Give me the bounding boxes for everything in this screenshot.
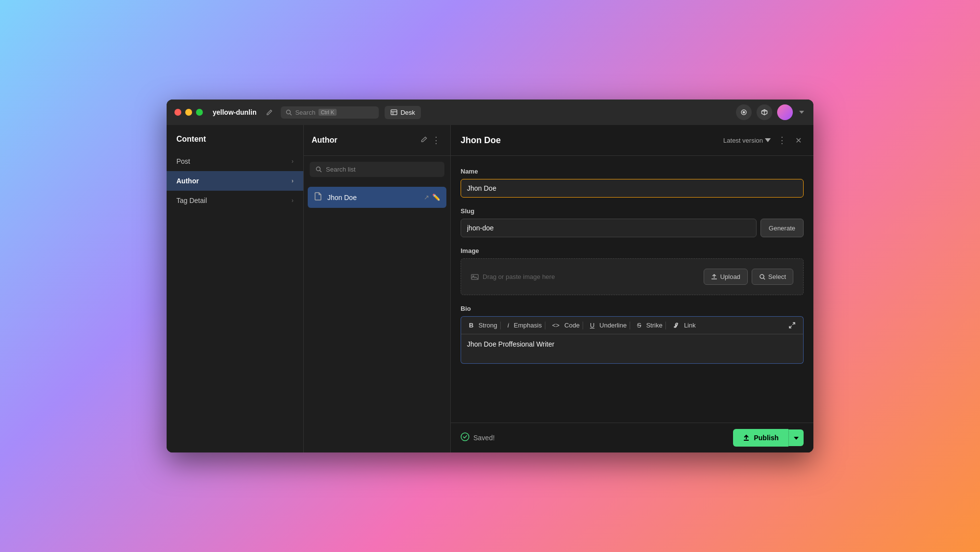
- sidebar-item-post[interactable]: Post ›: [167, 151, 303, 171]
- bio-separator-3: [583, 322, 583, 329]
- box-icon: [761, 109, 768, 116]
- saved-label: Saved!: [473, 434, 495, 442]
- bio-strike-label: Strike: [646, 322, 662, 329]
- bio-separator-1: [500, 322, 501, 329]
- detail-more-icon[interactable]: ⋮: [776, 133, 788, 148]
- image-placeholder-text: Drag or paste image here: [483, 273, 555, 280]
- author-search-placeholder: Search list: [326, 166, 356, 173]
- bio-toolbar: B Strong i Emphasis <> Code U Underline …: [461, 316, 804, 334]
- author-export-icon[interactable]: ↗: [424, 194, 429, 201]
- bio-underline-button[interactable]: U: [586, 320, 598, 331]
- close-button[interactable]: [174, 109, 181, 116]
- sidebar-item-author-label: Author: [176, 177, 199, 185]
- record-button[interactable]: [736, 104, 752, 120]
- sidebar-item-tag-detail[interactable]: Tag Detail ›: [167, 191, 303, 210]
- bio-italic-label: Emphasis: [514, 322, 542, 329]
- slug-field: Slug Generate: [461, 207, 804, 237]
- upload-button[interactable]: Upload: [704, 269, 748, 285]
- search-icon: [286, 109, 292, 116]
- traffic-lights: [174, 109, 203, 116]
- svg-point-15: [461, 433, 469, 441]
- svg-point-6: [743, 111, 745, 114]
- desk-label: Desk: [400, 109, 415, 116]
- search-shortcut: Ctrl K: [318, 109, 337, 116]
- bio-field: Bio B Strong i Emphasis <> Code U Underl…: [461, 305, 804, 364]
- link-icon: [673, 322, 679, 328]
- publish-chevron-icon: [794, 437, 799, 440]
- slug-input[interactable]: [461, 219, 757, 237]
- upload-label: Upload: [720, 273, 740, 280]
- bio-link-label: Link: [684, 322, 696, 329]
- author-list: Jhon Doe ↗ ✏️: [304, 183, 450, 452]
- avatar-dropdown[interactable]: [798, 104, 806, 120]
- author-search-icon: [316, 166, 322, 173]
- maximize-button[interactable]: [196, 109, 203, 116]
- saved-status: Saved!: [461, 432, 495, 443]
- search-bar[interactable]: Search Ctrl K: [281, 106, 379, 119]
- sidebar-item-post-label: Post: [176, 157, 190, 165]
- detail-panel: Jhon Doe Latest version ⋮ ✕ Name: [451, 125, 813, 452]
- titlebar-right: [736, 104, 806, 120]
- detail-close-icon[interactable]: ✕: [793, 134, 804, 147]
- publish-icon: [743, 434, 750, 441]
- upload-icon: [711, 274, 717, 280]
- detail-title: Jhon Doe: [461, 135, 723, 146]
- svg-point-13: [760, 275, 764, 278]
- author-list-item[interactable]: Jhon Doe ↗ ✏️: [308, 187, 446, 208]
- sidebar-title: Content: [167, 135, 303, 151]
- svg-line-14: [763, 278, 765, 279]
- desk-icon: [391, 109, 397, 116]
- avatar[interactable]: [777, 104, 793, 120]
- bio-label: Bio: [461, 305, 804, 312]
- bio-code-button[interactable]: <>: [548, 320, 564, 331]
- titlebar: yellow-dunlin Search Ctrl K Desk: [167, 100, 813, 125]
- bio-code-label: Code: [564, 322, 580, 329]
- version-chevron-icon: [765, 138, 771, 142]
- image-upload-area[interactable]: Drag or paste image here Upload: [461, 258, 804, 295]
- author-edit-icon[interactable]: [418, 134, 430, 147]
- bio-italic-button[interactable]: i: [504, 320, 513, 331]
- author-more-icon[interactable]: ⋮: [430, 133, 442, 148]
- chevron-right-icon: ›: [292, 158, 294, 165]
- author-list-item-name: Jhon Doe: [327, 194, 419, 201]
- author-search[interactable]: Search list: [310, 162, 444, 177]
- bio-editor[interactable]: Jhon Doe Proffesional Writer: [461, 334, 804, 364]
- main-content: Content Post › Author › Tag Detail › Aut…: [167, 125, 813, 452]
- bio-link-button[interactable]: [669, 320, 683, 330]
- image-label: Image: [461, 247, 804, 254]
- record-icon: [740, 109, 747, 116]
- version-label: Latest version: [723, 137, 763, 144]
- desk-button[interactable]: Desk: [385, 106, 421, 119]
- author-list-item-actions: ↗ ✏️: [424, 194, 441, 201]
- image-upload-actions: Upload Select: [704, 269, 793, 285]
- name-label: Name: [461, 168, 804, 175]
- select-label: Select: [768, 273, 786, 280]
- publish-label: Publish: [754, 434, 779, 442]
- bio-bold-button[interactable]: B: [465, 320, 477, 331]
- bio-separator-4: [630, 322, 630, 329]
- publish-dropdown-button[interactable]: [788, 429, 804, 446]
- bio-separator-2: [545, 322, 545, 329]
- file-icon: [314, 192, 322, 203]
- edit-icon[interactable]: [264, 107, 275, 118]
- box-button[interactable]: [757, 104, 772, 120]
- version-button[interactable]: Latest version: [723, 137, 771, 144]
- slug-row: Generate: [461, 219, 804, 237]
- detail-header: Jhon Doe Latest version ⋮ ✕: [451, 125, 813, 156]
- sidebar-item-tag-label: Tag Detail: [176, 197, 207, 204]
- publish-button[interactable]: Publish: [733, 429, 788, 447]
- detail-footer: Saved! Publish: [451, 423, 813, 452]
- name-input[interactable]: [461, 179, 804, 198]
- detail-header-actions: Latest version ⋮ ✕: [723, 133, 804, 148]
- app-title: yellow-dunlin: [213, 108, 256, 116]
- bio-strike-button[interactable]: S: [633, 320, 645, 331]
- generate-button[interactable]: Generate: [760, 219, 804, 237]
- author-pencil-icon[interactable]: ✏️: [432, 194, 441, 201]
- minimize-button[interactable]: [185, 109, 192, 116]
- search-placeholder: Search: [295, 109, 315, 116]
- footer-actions: Publish: [733, 429, 804, 447]
- sidebar-item-author[interactable]: Author ›: [167, 171, 303, 191]
- select-button[interactable]: Select: [752, 269, 793, 285]
- bio-expand-button[interactable]: [785, 320, 799, 330]
- bio-separator-5: [665, 322, 666, 329]
